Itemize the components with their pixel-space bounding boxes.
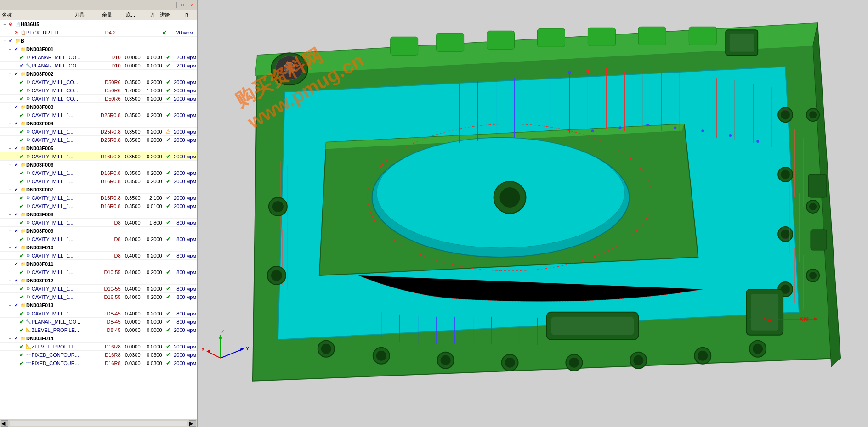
- op-tool-icon: 🔧: [25, 319, 32, 325]
- expand-icon[interactable]: −: [7, 336, 13, 341]
- tree-row[interactable]: − ✔📁 DN003F008: [0, 210, 197, 219]
- tree-row[interactable]: − ✔📁 DN003F012: [0, 276, 197, 285]
- tree-row[interactable]: ✔⚙ CAVITY_MILL_1... D8 0.4000 0.2000 ✔ 8…: [0, 235, 197, 243]
- tree-row[interactable]: − ✔📁 DN003F005: [0, 144, 197, 152]
- op-blue-icon: ⚙: [25, 112, 32, 118]
- tree-row[interactable]: ✔⚙ PLANAR_MILL_CO... D10 0.0000 0.0000 ✔…: [0, 53, 197, 62]
- tree-row[interactable]: ✔⚙ CAVITY_MILL_1... D10-55 0.4000 0.2000…: [0, 285, 197, 293]
- row-bottom: 1.800: [142, 220, 164, 225]
- row-remainder: 0.0300: [121, 352, 142, 358]
- bottom-scrollbar[interactable]: ◀ ▶: [0, 419, 197, 427]
- row-label: H836U5: [21, 22, 87, 27]
- check-icon: ✔: [166, 351, 171, 358]
- check-blue-icon: ✔: [13, 46, 19, 52]
- check-icon: ✔: [166, 252, 171, 259]
- tree-row[interactable]: ✔🔧 PLANAR_MILL_CO... D8-45 0.0000 0.0000…: [0, 318, 197, 326]
- tree-row[interactable]: ✔⚙ CAVITY_MILL_1... D16R0.8 0.3500 0.200…: [0, 152, 197, 161]
- check-green-icon: ✔: [18, 327, 25, 333]
- tree-row[interactable]: ✔⚙ CAVITY_MILL_1... D10-55 0.4000 0.2000…: [0, 268, 197, 276]
- row-cutter: ✔: [164, 293, 173, 300]
- expand-icon[interactable]: −: [7, 261, 13, 267]
- expand-icon[interactable]: −: [7, 245, 13, 250]
- tree-row[interactable]: − ✔📁 DN003F001: [0, 45, 197, 53]
- expand-icon[interactable]: −: [7, 228, 13, 234]
- tree-row[interactable]: ✔⚙ CAVITY_MILL_1... D8 0.4000 0.2000 ✔ 8…: [0, 252, 197, 260]
- row-label: DN003F003: [26, 104, 93, 110]
- expand-icon[interactable]: −: [7, 121, 13, 126]
- tree-row[interactable]: ✔⚙ CAVITY_MILL_1... D16-55 0.4000 0.2000…: [0, 293, 197, 301]
- row-bottom: 0.0000: [142, 327, 164, 333]
- tree-row[interactable]: ✔⚙ CAVITY_MILL_CO... D50R6 0.3500 0.2000…: [0, 95, 197, 103]
- tree-row[interactable]: ✔⚙ CAVITY_MILL_1... D25R0.8 0.3500 0.200…: [0, 128, 197, 136]
- minimize-button[interactable]: _: [170, 2, 177, 8]
- tree-row[interactable]: ✔〰 FIXED_CONTOUR... D16R8 0.0300 0.0300 …: [0, 351, 197, 359]
- tree-row[interactable]: − ✔📁 DN003F009: [0, 227, 197, 235]
- op-blue-icon: ⚙: [25, 96, 32, 102]
- expand-icon[interactable]: −: [7, 303, 13, 308]
- tree-row[interactable]: ✔⚙ CAVITY_MILL_CO... D50R6 1.7000 1.5000…: [0, 86, 197, 95]
- tree-row[interactable]: − ⊘📄 H836U5: [0, 20, 197, 28]
- row-remainder: 0.3500: [121, 179, 142, 184]
- expand-icon[interactable]: −: [7, 104, 13, 110]
- row-label: CAVITY_MILL_1...: [32, 129, 96, 135]
- maximize-button[interactable]: □: [179, 2, 186, 8]
- tree-row[interactable]: ✔⚙ CAVITY_MILL_1... D8 0.4000 1.800 ✔ 80…: [0, 219, 197, 227]
- row-label: CAVITY_MILL_1...: [32, 170, 96, 176]
- tree-row[interactable]: ✔⚙ CAVITY_MILL_1... D16R0.8 0.3500 0.200…: [0, 169, 197, 177]
- check-icon: ✔: [166, 202, 171, 209]
- tree-row[interactable]: − ✔📁 B: [0, 37, 197, 45]
- row-icons: ✔📁: [13, 186, 26, 193]
- tree-row[interactable]: ✔〰 FIXED_CONTOUR... D16R8 0.0300 0.0300 …: [0, 359, 197, 367]
- scroll-track[interactable]: [10, 421, 187, 426]
- tree-row[interactable]: ✔🔧 PLANAR_MILL_CO... D10 0.0000 0.0000 ✔…: [0, 62, 197, 70]
- scroll-right-button[interactable]: ▶: [189, 420, 196, 427]
- expand-icon[interactable]: −: [7, 71, 13, 77]
- expand-icon[interactable]: −: [7, 278, 13, 283]
- row-bottom: 0.2000: [142, 270, 164, 275]
- check-blue-icon: ✔: [13, 104, 19, 110]
- tree-row[interactable]: − ✔📁 DN003F010: [0, 243, 197, 252]
- tree-row[interactable]: ✔⚙ CAVITY_MILL_1... D25R0.8 0.3500 0.200…: [0, 111, 197, 119]
- scroll-left-button[interactable]: ◀: [1, 420, 8, 427]
- tree-row[interactable]: − ✔📁 DN003F013: [0, 301, 197, 309]
- row-icons: ✔⚙: [18, 294, 32, 300]
- tree-row[interactable]: ✔📐 ZLEVEL_PROFILE... D16R8 0.0000 0.0000…: [0, 343, 197, 351]
- expand-icon[interactable]: −: [2, 38, 7, 44]
- cad-viewport[interactable]: Y Z X XC XM: [198, 0, 868, 427]
- row-tool: D16R0.8: [96, 179, 121, 184]
- row-label: CAVITY_MILL_1...: [32, 112, 96, 118]
- tree-row[interactable]: − ✔📁 DN003F002: [0, 70, 197, 78]
- tree-row[interactable]: − ✔📁 DN003F011: [0, 260, 197, 268]
- expand-icon[interactable]: −: [7, 212, 13, 217]
- tree-row[interactable]: ⊘📋 PECK_DRILLI... D4.2 ✔ 20 мрм: [0, 28, 197, 37]
- tree-row[interactable]: − ✔📁 DN003F006: [0, 161, 197, 169]
- tree-row[interactable]: ✔⚙ CAVITY_MILL_1... D25R0.8 0.3500 0.200…: [0, 136, 197, 144]
- svg-point-93: [809, 272, 817, 279]
- close-button[interactable]: ×: [188, 2, 195, 8]
- tree-row[interactable]: ✔⚙ CAVITY_MILL_1... D16R0.8 0.3500 0.200…: [0, 177, 197, 185]
- row-remainder: 0.0000: [121, 344, 142, 349]
- expand-icon[interactable]: −: [7, 162, 13, 168]
- tree-row[interactable]: ✔⚙ CAVITY_MILL_1... D8-45 0.4000 0.2000 …: [0, 309, 197, 318]
- row-cutter: ✔: [164, 343, 173, 350]
- row-bottom: 0.0000: [142, 55, 164, 60]
- row-label: DN003F001: [26, 46, 93, 52]
- tree-row[interactable]: ✔⚙ CAVITY_MILL_1... D16R0.8 0.3500 0.010…: [0, 202, 197, 210]
- tree-row[interactable]: − ✔📁 DN003F007: [0, 185, 197, 194]
- op-blue-icon: ⚙: [25, 129, 32, 135]
- tree-row[interactable]: ✔⚙ CAVITY_MILL_1... D16R0.8 0.3500 2.100…: [0, 194, 197, 202]
- row-cutter: ✔: [164, 269, 173, 275]
- expand-icon[interactable]: −: [7, 146, 13, 151]
- tree-row[interactable]: ✔⚙ CAVITY_MILL_CO... D50R6 0.3500 0.2000…: [0, 78, 197, 86]
- expand-icon[interactable]: −: [7, 46, 13, 52]
- row-bottom: 1.5000: [142, 88, 164, 93]
- expand-icon[interactable]: −: [7, 187, 13, 192]
- tree-row[interactable]: − ✔📁 DN003F003: [0, 103, 197, 111]
- tree-row[interactable]: − ✔📁 DN003F014: [0, 334, 197, 343]
- tree-row[interactable]: − ✔📁 DN003F004: [0, 119, 197, 128]
- op-blue-icon: ⚙: [25, 253, 32, 259]
- expand-icon[interactable]: −: [2, 22, 7, 27]
- tree-row[interactable]: ✔📐 ZLEVEL_PROFILE... D8-45 0.0000 0.0000…: [0, 326, 197, 334]
- tree-area[interactable]: − ⊘📄 H836U5 ⊘📋 PECK_DRILLI... D4.2 ✔ 20 …: [0, 20, 197, 419]
- row-tool: D8: [96, 253, 121, 258]
